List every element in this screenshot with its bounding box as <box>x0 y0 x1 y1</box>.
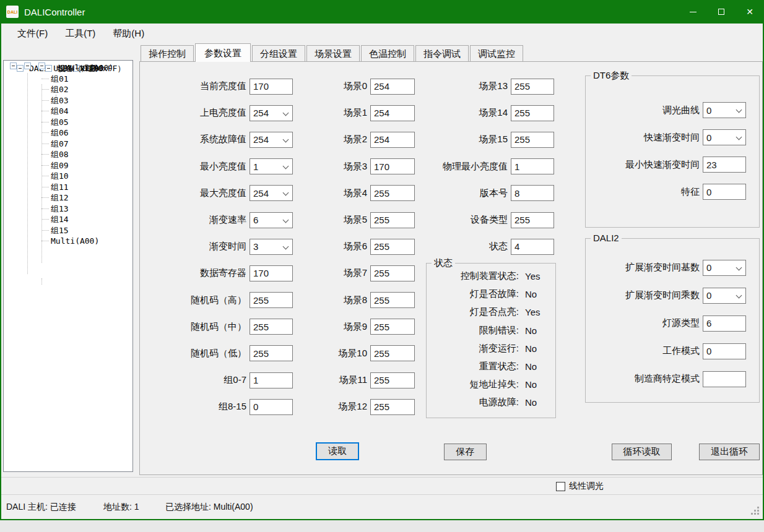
field-input[interactable]: 170 <box>370 158 415 174</box>
field-input[interactable]: 0 <box>703 184 746 200</box>
tree-item[interactable]: Multi(A00) <box>4 236 132 247</box>
tab[interactable]: 参数设置 <box>195 43 251 62</box>
field-input[interactable]: 254 <box>370 79 415 95</box>
field-input[interactable]: 8 <box>511 185 554 201</box>
field-input[interactable]: 254 <box>370 132 415 148</box>
chevron-down-icon[interactable] <box>283 190 289 196</box>
field-label: 场景7 <box>303 267 367 279</box>
field-input[interactable]: 255 <box>370 239 415 255</box>
tab[interactable]: 操作控制 <box>141 45 194 61</box>
field-value: 254 <box>250 188 269 199</box>
tree-item[interactable]: 组05 <box>4 117 132 128</box>
field-input[interactable]: 23 <box>703 157 746 173</box>
tree-item[interactable]: 组14 <box>4 214 132 225</box>
device-tree[interactable]: DALI USB(0001) 组 (0xFF) 组00 Multi(A00) 组… <box>3 60 133 472</box>
field-input[interactable]: 255 <box>511 79 554 95</box>
field-input[interactable]: 3 <box>250 239 293 255</box>
field-input[interactable]: 0 <box>703 260 746 276</box>
tab[interactable]: 调试监控 <box>470 45 523 61</box>
field-input[interactable]: 254 <box>250 132 293 148</box>
field-input[interactable]: 6 <box>250 212 293 228</box>
field-input[interactable]: 1 <box>511 158 554 174</box>
field-input[interactable]: 0 <box>703 102 746 118</box>
status-row: 重置状态: No <box>428 358 540 375</box>
loop-read-button[interactable]: 循环读取 <box>612 444 672 460</box>
tree-item[interactable]: 组06 <box>4 127 132 139</box>
field-input[interactable]: 0 <box>703 288 746 304</box>
field-input[interactable]: 255 <box>370 345 415 361</box>
field-input[interactable]: 254 <box>370 105 415 121</box>
field-input[interactable] <box>703 371 746 387</box>
save-button[interactable]: 保存 <box>444 444 487 460</box>
field-input[interactable]: 255 <box>370 399 415 415</box>
field-input[interactable]: 255 <box>250 319 293 335</box>
field-input[interactable]: 255 <box>370 372 415 388</box>
field-input[interactable]: 4 <box>511 239 554 255</box>
tree-item[interactable]: 组04 <box>4 106 132 117</box>
field-input[interactable]: 170 <box>250 265 293 281</box>
chevron-down-icon[interactable] <box>283 137 289 143</box>
tab[interactable]: 场景设置 <box>306 45 360 61</box>
field-input[interactable]: 1 <box>250 372 293 388</box>
field-input[interactable]: 255 <box>511 105 554 121</box>
tree-item[interactable]: 组15 <box>4 225 132 236</box>
tab[interactable]: 色温控制 <box>361 45 414 61</box>
field-input[interactable]: 255 <box>370 265 415 281</box>
field-input[interactable]: 254 <box>250 185 293 201</box>
dt6-groupbox-title: DT6参数 <box>591 70 632 82</box>
menu-item[interactable]: 文件(F) <box>9 25 56 42</box>
field-input[interactable]: 255 <box>511 212 554 228</box>
chevron-down-icon[interactable] <box>736 292 742 298</box>
tree-item[interactable]: 组03 <box>4 95 132 106</box>
chevron-down-icon[interactable] <box>736 264 742 270</box>
field-input[interactable]: 255 <box>250 345 293 361</box>
field-input[interactable]: 255 <box>250 292 293 308</box>
field-input[interactable]: 255 <box>370 319 415 335</box>
field-input[interactable]: 0 <box>250 399 293 415</box>
chevron-down-icon[interactable] <box>283 109 289 116</box>
chevron-down-icon[interactable] <box>283 163 289 169</box>
read-button[interactable]: 读取 <box>316 442 359 460</box>
field-input[interactable]: 170 <box>250 79 293 95</box>
resize-grip-icon[interactable] <box>750 506 759 515</box>
field-input[interactable]: 255 <box>370 292 415 308</box>
field-input[interactable]: 1 <box>250 158 293 174</box>
tree-item[interactable]: 组13 <box>4 204 132 215</box>
tree-item[interactable]: 组01 <box>4 74 132 85</box>
field-input[interactable]: 0 <box>703 343 746 359</box>
chevron-down-icon[interactable] <box>283 243 289 249</box>
tree-item[interactable]: 组09 <box>4 160 132 171</box>
close-button[interactable]: ✕ <box>736 0 764 24</box>
field-input[interactable]: 254 <box>250 105 293 121</box>
menu-item[interactable]: 帮助(H) <box>104 25 153 42</box>
tree-item[interactable]: 组02 <box>4 84 132 95</box>
field-value: 255 <box>250 348 269 359</box>
exit-loop-button[interactable]: 退出循环 <box>699 444 760 460</box>
field-label: 扩展渐变时间乘数 <box>588 290 700 301</box>
menu-item[interactable]: 工具(T) <box>56 25 104 42</box>
chevron-down-icon[interactable] <box>736 107 742 113</box>
field-input[interactable]: 255 <box>511 132 554 148</box>
tab[interactable]: 指令调试 <box>415 45 469 61</box>
checkbox-unchecked-icon[interactable] <box>556 482 565 491</box>
tree-item[interactable]: 组11 <box>4 182 132 193</box>
chevron-down-icon[interactable] <box>283 217 289 223</box>
field-label: 随机码（中） <box>173 321 246 333</box>
field-input[interactable]: 255 <box>370 212 415 228</box>
field-input[interactable]: 255 <box>370 185 415 201</box>
form-row: 设备类型 255 <box>426 207 554 233</box>
field-input[interactable]: 0 <box>703 129 746 145</box>
tab[interactable]: 分组设置 <box>252 45 305 61</box>
chevron-down-icon[interactable] <box>736 134 742 140</box>
linear-dimming-checkbox[interactable]: 线性调光 <box>556 481 604 492</box>
tree-item[interactable]: 组08 <box>4 149 132 160</box>
tree-item[interactable]: 设备（广播0xFF） <box>24 62 31 69</box>
tree-item[interactable]: 组10 <box>4 171 132 182</box>
collapse-minus-icon[interactable] <box>45 65 52 72</box>
tree-item[interactable]: 组12 <box>4 192 132 204</box>
form-row: 场景8 255 <box>303 287 415 314</box>
maximize-button[interactable] <box>707 0 736 24</box>
tree-item[interactable]: 组07 <box>4 139 132 150</box>
minimize-button[interactable] <box>679 0 707 24</box>
field-input[interactable]: 6 <box>703 315 746 332</box>
